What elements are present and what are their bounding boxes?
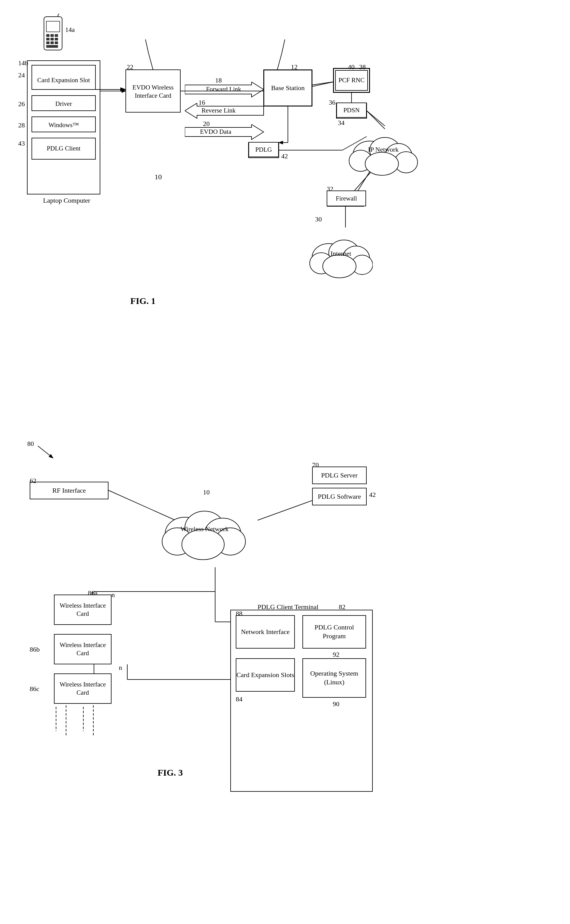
svg-line-17 [312,82,333,86]
network-interface-box: Network Interface [236,615,295,649]
ip-network-label: IP Network [362,146,405,154]
ref-10-fig3: 10 [203,488,210,496]
pdsn-box: PDSN [336,103,367,118]
ref-18: 18 [215,77,222,85]
svg-rect-29 [51,34,54,37]
ref-22: 22 [127,63,133,71]
driver-label: Driver [33,97,95,111]
pdlg-server-box: PDLG Server [312,467,367,484]
evdo-data-label: EVDO Data [200,128,231,135]
ref-62: 62 [30,477,36,485]
pcf-rnc-inner: PCF RNC [335,70,368,91]
svg-rect-28 [46,34,49,37]
ref-20: 20 [203,120,210,128]
svg-rect-31 [46,38,49,40]
n1-label: n [112,591,115,599]
fig1-connectors [9,9,555,221]
pdlg-client-terminal-label: PDLG Client Terminal [257,603,319,611]
svg-line-26 [58,14,61,17]
svg-rect-34 [46,42,49,44]
diagram-container: 14a 14b Card Expansion Slot 24 Driver 26… [0,0,570,924]
ref-12: 12 [291,63,297,71]
internet-cloud: Internet [306,227,373,280]
ref-42-fig1: 42 [281,152,288,160]
svg-rect-33 [55,38,58,40]
ref-86b: 86b [30,646,40,653]
laptop-label: Laptop Computer [33,197,100,204]
fig1-area: 14a 14b Card Expansion Slot 24 Driver 26… [9,9,561,428]
ref-86c: 86c [30,685,39,693]
wireless-network-label: Wireless Network [180,525,229,533]
ref-70: 70 [312,461,319,469]
svg-line-7 [146,40,149,53]
ref-88: 88 [236,610,242,618]
svg-rect-32 [51,38,54,40]
ref-30: 30 [315,215,322,223]
ref-10-fig1: 10 [155,173,162,181]
ref-82: 82 [339,603,345,611]
fig3-area: 80 RF Interface 62 [9,434,561,913]
rf-interface-box: RF Interface [30,482,109,499]
ref-92: 92 [333,651,339,658]
svg-rect-35 [51,42,54,44]
pdlg-client-label: PDLG Client [33,139,95,158]
svg-rect-37 [46,45,58,48]
operating-system-box: Operating System (Linux) [302,658,366,698]
ref-38: 38 [359,63,366,71]
card-expansion-slot-label: Card Expansion Slot [33,69,95,92]
ref-36: 36 [329,98,336,106]
ref-14a: 14a [65,26,75,34]
wireless-card-a-box: Wireless Interface Card [54,595,112,625]
phone-icon [38,14,68,63]
ip-network-cloud: IP Network [345,121,418,177]
ref-24: 24 [18,71,25,79]
ref-34: 34 [338,119,345,127]
ref-84: 84 [236,695,242,703]
windows-label: Windows™ [33,118,95,132]
ref80-arrow [35,443,59,461]
n2-label: n [119,664,122,672]
pdlg-control-program-box: PDLG Control Program [302,615,366,649]
ref-40: 40 [348,63,354,71]
svg-point-87 [182,529,224,560]
fig1-title: FIG. 1 [130,296,155,306]
svg-rect-36 [55,42,58,44]
reverse-link-label: Reverse Link [202,107,236,114]
ref-14b: 14b [18,59,28,67]
svg-line-9 [282,40,285,53]
svg-line-6 [149,53,153,70]
svg-line-43 [312,82,333,85]
svg-line-80 [38,446,53,458]
ref-28: 28 [18,121,25,129]
svg-rect-30 [55,34,58,37]
wireless-card-c-box: Wireless Interface Card [54,673,112,704]
svg-line-66 [257,501,312,520]
card-expansion-slots-box: Card Expansion Slots [236,658,295,692]
ref-86a: 86a [88,589,98,597]
ref-80: 80 [27,440,34,448]
wireless-network-cloud: Wireless Network [158,495,248,566]
pdlg-software-box: PDLG Software [312,488,367,505]
ref-26: 26 [18,100,25,108]
svg-line-8 [277,53,282,70]
pdlg-box-fig1: PDLG [248,142,279,157]
svg-rect-27 [46,21,60,32]
internet-label: Internet [321,250,361,258]
ref-42-fig3: 42 [369,491,376,499]
ref-16: 16 [199,98,205,106]
pcf-rnc-outer: PCF RNC [333,68,370,92]
svg-point-58 [365,152,398,175]
base-station-box: Base Station [264,70,312,106]
ref-43: 43 [18,140,25,148]
wireless-card-b-box: Wireless Interface Card [54,634,112,664]
forward-link-label: Forward Link [206,86,241,93]
dashed-lines [54,705,115,742]
ref-32: 32 [327,185,333,193]
ref-90: 90 [333,700,339,708]
svg-point-64 [323,255,356,278]
evdo-card-label: EVDO Wireless Interface Card [127,72,179,111]
fig3-title: FIG. 3 [158,767,183,778]
